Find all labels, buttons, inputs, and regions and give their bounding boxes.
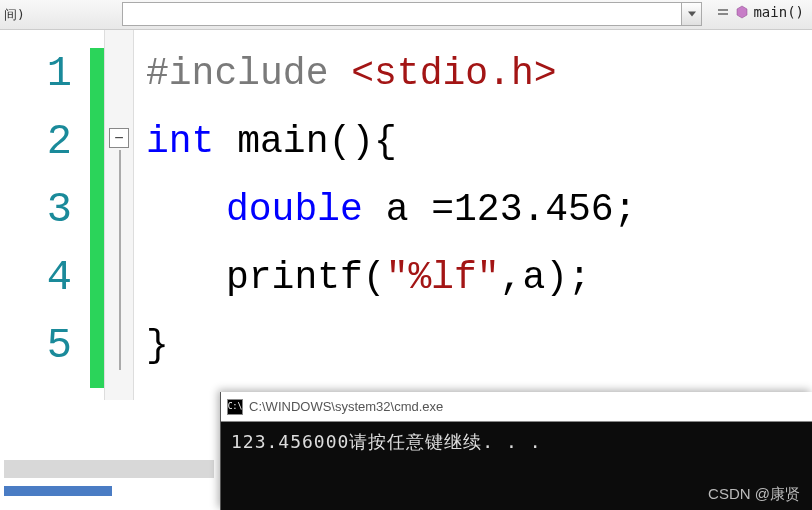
- line-number: 2: [0, 108, 72, 176]
- change-mark: [90, 320, 104, 388]
- dropdown-arrow-icon[interactable]: [681, 3, 701, 25]
- code-text: }: [146, 324, 169, 367]
- cmd-icon: C:\: [227, 399, 243, 415]
- console-title-text: C:\WINDOWS\system32\cmd.exe: [249, 399, 443, 414]
- preprocessor-token: #include: [146, 52, 328, 95]
- code-line: #include <stdio.h>: [146, 40, 812, 108]
- code-editor[interactable]: 1 2 3 4 5 − #include <stdio.h>int main()…: [0, 30, 812, 400]
- keyword-token: double: [226, 188, 363, 231]
- string-token: "%lf": [386, 256, 500, 299]
- fold-column: −: [104, 30, 134, 400]
- keyword-token: int: [146, 120, 214, 163]
- code-line: printf("%lf",a);: [146, 244, 812, 312]
- change-mark: [90, 116, 104, 184]
- console-titlebar[interactable]: C:\ C:\WINDOWS\system32\cmd.exe: [221, 392, 812, 422]
- code-text: printf(: [226, 256, 386, 299]
- function-name: main(): [753, 4, 804, 20]
- code-text: main(){: [214, 120, 396, 163]
- console-output: 123.456000请按任意键继续. . .: [221, 422, 812, 462]
- line-number: 4: [0, 244, 72, 312]
- code-line: double a =123.456;: [146, 176, 812, 244]
- line-number: 1: [0, 40, 72, 108]
- line-number-gutter: 1 2 3 4 5: [0, 30, 90, 400]
- line-number: 5: [0, 312, 72, 380]
- console-window[interactable]: C:\ C:\WINDOWS\system32\cmd.exe 123.4560…: [220, 392, 812, 510]
- change-indicator-bar: [90, 30, 104, 400]
- top-toolbar: 间) main(): [0, 0, 812, 30]
- equals-icon: [717, 5, 731, 19]
- fold-guide-line: [119, 150, 121, 370]
- change-mark: [90, 48, 104, 116]
- code-content[interactable]: #include <stdio.h>int main(){double a =1…: [134, 30, 812, 400]
- scrollbar-track[interactable]: [4, 460, 214, 478]
- code-line: }: [146, 312, 812, 380]
- code-line: int main(){: [146, 108, 812, 176]
- console-output-text: 123.456000请按任意键继续. . .: [231, 431, 542, 452]
- watermark-text: CSDN @康贤: [708, 485, 800, 504]
- function-indicator[interactable]: main(): [717, 4, 804, 20]
- toolbar-fragment-text: 间): [0, 6, 25, 24]
- line-number: 3: [0, 176, 72, 244]
- include-header-token: <stdio.h>: [351, 52, 556, 95]
- fold-toggle[interactable]: −: [109, 128, 129, 148]
- bottom-area: C:\ C:\WINDOWS\system32\cmd.exe 123.4560…: [0, 390, 812, 510]
- change-mark: [90, 252, 104, 320]
- scope-dropdown[interactable]: [122, 2, 702, 26]
- status-color-strip: [4, 486, 112, 496]
- svg-rect-1: [718, 13, 728, 15]
- code-text: a =123.456;: [363, 188, 637, 231]
- change-mark: [90, 184, 104, 252]
- svg-rect-0: [718, 9, 728, 11]
- code-text: ,a);: [500, 256, 591, 299]
- cube-icon: [735, 5, 749, 19]
